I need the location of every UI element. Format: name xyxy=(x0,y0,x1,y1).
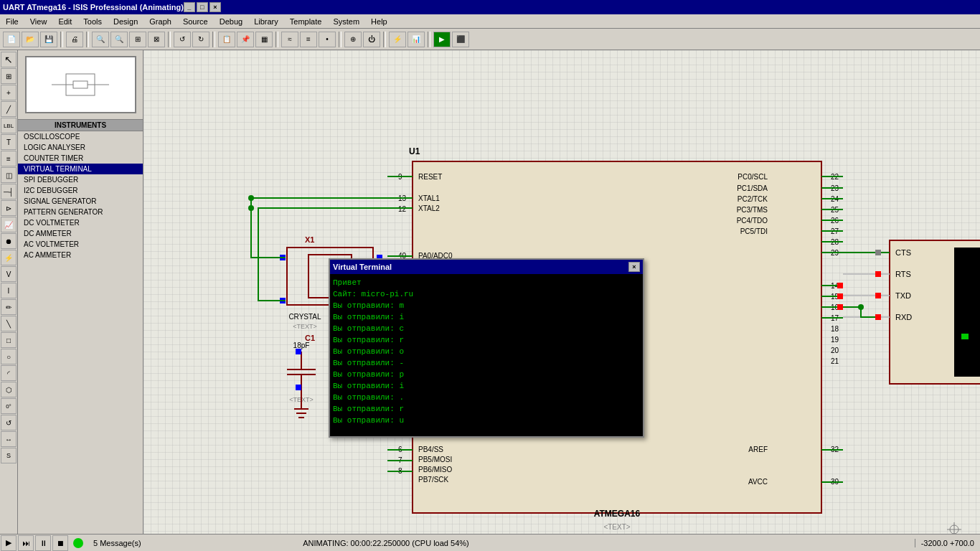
text-tool[interactable]: T xyxy=(1,134,17,150)
svg-text:22: 22 xyxy=(831,173,839,181)
wire-tool[interactable]: ╱ xyxy=(1,101,17,117)
window-controls[interactable]: _ □ × xyxy=(184,2,221,12)
bus-tool[interactable]: ≡ xyxy=(1,151,17,166)
instrument-virtual-terminal[interactable]: VIRTUAL TERMINAL xyxy=(18,164,143,174)
virtual-terminal-window[interactable]: Virtual Terminal × Привет Сайт: micro-pi… xyxy=(329,258,644,438)
menu-view[interactable]: View xyxy=(24,14,53,28)
virtual-terminal-titlebar[interactable]: Virtual Terminal × xyxy=(330,260,643,274)
zoom-in-button[interactable]: 🔍 xyxy=(92,32,109,47)
svg-text:PC4/TDO: PC4/TDO xyxy=(737,217,768,225)
menu-debug[interactable]: Debug xyxy=(214,14,248,28)
maximize-button[interactable]: □ xyxy=(197,2,208,12)
new-button[interactable]: 📄 xyxy=(3,32,20,47)
select-tool[interactable]: ↖ xyxy=(1,52,17,67)
label-tool[interactable]: LBL xyxy=(1,118,17,133)
zoom-out-button[interactable]: 🔍 xyxy=(110,32,128,47)
virtual-terminal-content[interactable]: Привет Сайт: micro-pi.ru Вы отправили: m… xyxy=(330,274,643,436)
menu-system[interactable]: System xyxy=(327,14,365,28)
instrument-spi-debugger[interactable]: SPI DEBUGGER xyxy=(18,174,143,185)
redo-button[interactable]: ↻ xyxy=(192,32,209,47)
instrument-counter-timer[interactable]: COUNTER TIMER xyxy=(18,153,143,164)
port-tool[interactable]: ⊳ xyxy=(1,200,17,216)
menu-tools[interactable]: Tools xyxy=(77,14,108,28)
svg-text:18: 18 xyxy=(831,325,839,333)
polygon-tool[interactable]: ⬡ xyxy=(1,382,17,397)
s-label[interactable]: S xyxy=(1,448,17,463)
box-tool[interactable]: □ xyxy=(1,332,17,348)
instrument-dc-ammeter[interactable]: DC AMMETER xyxy=(18,228,143,239)
menu-bar: File View Edit Tools Design Graph Source… xyxy=(0,14,980,29)
instrument-ac-voltmeter[interactable]: AC VOLTMETER xyxy=(18,239,143,250)
terminal-tool[interactable]: ─┤ xyxy=(1,184,17,199)
pause-button[interactable]: ⏸ xyxy=(35,535,51,551)
svg-text:U1: U1 xyxy=(409,146,420,156)
svg-rect-58 xyxy=(890,240,980,384)
ruler-tool[interactable]: 0° xyxy=(1,398,17,414)
component-button[interactable]: ⊕ xyxy=(344,32,362,47)
zoom-fit-button[interactable]: ⊞ xyxy=(129,32,146,47)
canvas-area[interactable]: U1 9 13 12 40 RESET XTAL1 XTAL2 PA0/ADC0… xyxy=(143,50,980,534)
svg-text:21: 21 xyxy=(831,357,839,365)
undo-button[interactable]: ↺ xyxy=(174,32,191,47)
instrument-pattern-generator[interactable]: PATTERN GENERATOR xyxy=(18,207,143,217)
menu-library[interactable]: Library xyxy=(248,14,284,28)
vt-line-5: Вы отправили: c xyxy=(333,323,640,334)
open-button[interactable]: 📂 xyxy=(22,32,39,47)
block-button[interactable]: ▦ xyxy=(255,32,273,47)
menu-source[interactable]: Source xyxy=(177,14,214,28)
print-button[interactable]: 🖨 xyxy=(66,32,83,47)
svg-text:23: 23 xyxy=(831,184,839,192)
svg-text:AREF: AREF xyxy=(748,446,768,453)
svg-text:15: 15 xyxy=(831,293,839,301)
menu-help[interactable]: Help xyxy=(365,14,393,28)
instrument-oscilloscope[interactable]: OSCILLOSCOPE xyxy=(18,131,143,142)
svg-text:14: 14 xyxy=(831,282,839,290)
current-probe-tool[interactable]: I xyxy=(1,283,17,298)
sim-stop-button[interactable]: ⬛ xyxy=(452,32,469,47)
paste-button[interactable]: 📌 xyxy=(237,32,254,47)
play-button[interactable]: ▶ xyxy=(1,535,17,551)
voltage-probe-tool[interactable]: V xyxy=(1,266,17,282)
sim-button[interactable]: ▶ xyxy=(433,32,451,47)
mirror-tool[interactable]: ↔ xyxy=(1,431,17,447)
wire-button[interactable]: ≈ xyxy=(281,32,298,47)
bus-button[interactable]: ≡ xyxy=(300,32,317,47)
svg-text:<TEXT>: <TEXT> xyxy=(289,396,314,403)
arc-tool[interactable]: ◜ xyxy=(1,365,17,381)
graph-button[interactable]: 📊 xyxy=(407,32,425,47)
annotation-tool[interactable]: ✏ xyxy=(1,299,17,315)
power-button[interactable]: ⏻ xyxy=(363,32,380,47)
menu-edit[interactable]: Edit xyxy=(52,14,77,28)
instrument-logic-analyser[interactable]: LOGIC ANALYSER xyxy=(18,142,143,153)
close-button[interactable]: × xyxy=(209,2,221,12)
junction-tool[interactable]: + xyxy=(1,85,17,100)
copy-button[interactable]: 📋 xyxy=(218,32,235,47)
line-tool[interactable]: ╲ xyxy=(1,316,17,331)
save-button[interactable]: 💾 xyxy=(40,32,57,47)
menu-design[interactable]: Design xyxy=(108,14,143,28)
toolbar: 📄 📂 💾 🖨 🔍 🔍 ⊞ ⊠ ↺ ↻ 📋 📌 ▦ ≈ ≡ • ⊕ ⏻ ⚡ 📊 … xyxy=(0,29,980,50)
svg-text:<TEXT>: <TEXT> xyxy=(603,523,630,531)
minimize-button[interactable]: _ xyxy=(184,2,195,12)
zoom-area-button[interactable]: ⊠ xyxy=(148,32,165,47)
circle-tool[interactable]: ○ xyxy=(1,349,17,364)
probe-button[interactable]: ⚡ xyxy=(389,32,406,47)
rotate-tool[interactable]: ↺ xyxy=(1,415,17,430)
junction-button[interactable]: • xyxy=(319,32,336,47)
virtual-terminal-close[interactable]: × xyxy=(628,262,640,272)
menu-graph[interactable]: Graph xyxy=(143,14,177,28)
tape-tool[interactable]: ⏺ xyxy=(1,233,17,249)
generator-tool[interactable]: ⚡ xyxy=(1,250,17,265)
menu-template[interactable]: Template xyxy=(284,14,328,28)
stop-button[interactable]: ⏹ xyxy=(52,535,68,551)
subcircuit-tool[interactable]: ◫ xyxy=(1,167,17,183)
step-button[interactable]: ⏭ xyxy=(18,535,34,551)
instrument-signal-generator[interactable]: SIGNAL GENERATOR xyxy=(18,196,143,207)
instrument-i2c-debugger[interactable]: I2C DEBUGGER xyxy=(18,185,143,196)
component-tool[interactable]: ⊞ xyxy=(1,68,17,84)
instrument-dc-voltmeter[interactable]: DC VOLTMETER xyxy=(18,217,143,228)
graph-tool[interactable]: 📈 xyxy=(1,217,17,232)
instrument-ac-ammeter[interactable]: AC AMMETER xyxy=(18,250,143,260)
svg-text:PC2/TCK: PC2/TCK xyxy=(738,195,768,203)
menu-file[interactable]: File xyxy=(0,14,24,28)
